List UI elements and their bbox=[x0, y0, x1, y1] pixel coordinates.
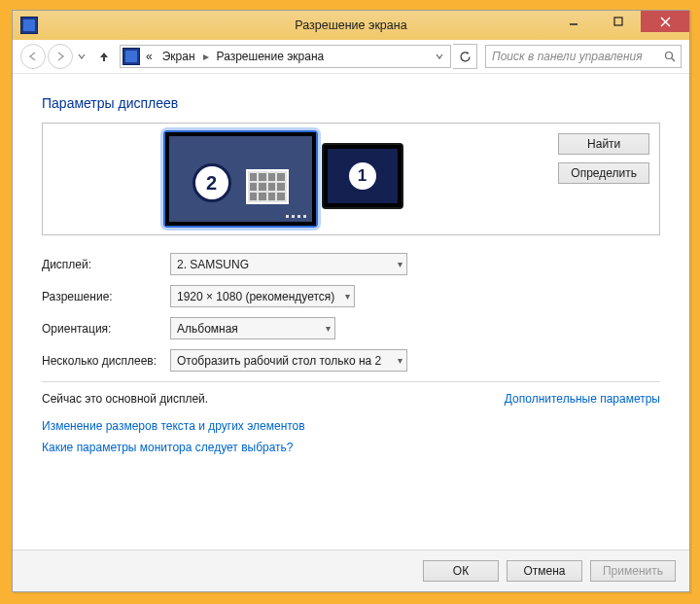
svg-line-5 bbox=[672, 58, 675, 61]
resolution-value: 1920 × 1080 (рекомендуется) bbox=[177, 290, 334, 303]
multiple-displays-label: Несколько дисплеев: bbox=[42, 354, 170, 368]
cancel-button[interactable]: Отмена bbox=[507, 560, 582, 582]
display-select[interactable]: 2. SAMSUNG ▾ bbox=[170, 253, 407, 275]
multiple-displays-value: Отобразить рабочий стол только на 2 bbox=[177, 354, 381, 368]
monitor-1[interactable]: 1 bbox=[322, 143, 403, 209]
monitor-number: 2 bbox=[192, 163, 231, 202]
desktop-icon bbox=[246, 169, 289, 204]
resolution-label: Разрешение: bbox=[42, 290, 170, 303]
display-label: Дисплей: bbox=[42, 258, 170, 271]
back-button[interactable] bbox=[20, 44, 46, 69]
breadcrumb-prefix: « bbox=[142, 50, 157, 63]
taskbar-icon bbox=[175, 215, 306, 218]
display-arrangement[interactable]: 2 1 bbox=[43, 124, 523, 234]
advanced-settings-link[interactable]: Дополнительные параметры bbox=[505, 392, 660, 406]
refresh-button[interactable] bbox=[453, 44, 477, 69]
side-button-group: Найти Определить bbox=[558, 133, 649, 184]
divider bbox=[42, 381, 660, 382]
breadcrumb-item[interactable]: Экран bbox=[158, 50, 199, 63]
search-icon bbox=[663, 51, 677, 62]
address-dropdown[interactable] bbox=[431, 50, 448, 63]
page-title: Параметры дисплеев bbox=[42, 95, 660, 111]
orientation-label: Ориентация: bbox=[42, 322, 170, 336]
display-icon bbox=[122, 48, 140, 65]
history-dropdown[interactable] bbox=[75, 53, 88, 60]
multiple-displays-select[interactable]: Отобразить рабочий стол только на 2 ▾ bbox=[170, 349, 407, 372]
search-input[interactable] bbox=[490, 49, 663, 64]
chevron-down-icon: ▾ bbox=[345, 291, 350, 302]
breadcrumb-item[interactable]: Разрешение экрана bbox=[213, 50, 329, 63]
orientation-select[interactable]: Альбомная ▾ bbox=[170, 317, 335, 339]
up-button[interactable] bbox=[92, 45, 116, 68]
monitor-2[interactable]: 2 bbox=[163, 130, 318, 228]
chevron-down-icon: ▾ bbox=[326, 323, 331, 334]
orientation-value: Альбомная bbox=[177, 322, 238, 336]
search-box[interactable] bbox=[485, 45, 682, 68]
find-button[interactable]: Найти bbox=[558, 133, 649, 155]
content-area: Параметры дисплеев 2 bbox=[13, 74, 689, 550]
dialog-footer: ОК Отмена Применить bbox=[13, 550, 689, 591]
main-display-status: Сейчас это основной дисплей. bbox=[42, 392, 208, 406]
apply-button[interactable]: Применить bbox=[590, 560, 676, 582]
titlebar: Разрешение экрана bbox=[13, 11, 689, 40]
ok-button[interactable]: ОК bbox=[423, 560, 499, 582]
chevron-down-icon: ▾ bbox=[398, 355, 402, 366]
identify-button[interactable]: Определить bbox=[558, 162, 649, 184]
svg-point-4 bbox=[666, 53, 673, 59]
window-title: Разрешение экрана bbox=[13, 18, 689, 32]
chevron-right-icon: ▸ bbox=[201, 50, 211, 63]
address-bar[interactable]: « Экран ▸ Разрешение экрана bbox=[120, 45, 451, 68]
navigation-bar: « Экран ▸ Разрешение экрана bbox=[13, 40, 689, 74]
display-arrangement-frame: 2 1 bbox=[42, 123, 660, 235]
monitor-number: 1 bbox=[346, 160, 379, 193]
settings-form: Дисплей: 2. SAMSUNG ▾ Разрешение: 1920 ×… bbox=[42, 253, 660, 372]
chevron-down-icon: ▾ bbox=[398, 259, 402, 269]
display-value: 2. SAMSUNG bbox=[177, 258, 249, 271]
resize-text-link[interactable]: Изменение размеров текста и других элеме… bbox=[42, 419, 305, 433]
window: Разрешение экрана bbox=[12, 10, 690, 592]
monitor-help-link[interactable]: Какие параметры монитора следует выбрать… bbox=[42, 441, 294, 454]
forward-button[interactable] bbox=[48, 44, 73, 69]
resolution-select[interactable]: 1920 × 1080 (рекомендуется) ▾ bbox=[170, 285, 355, 307]
